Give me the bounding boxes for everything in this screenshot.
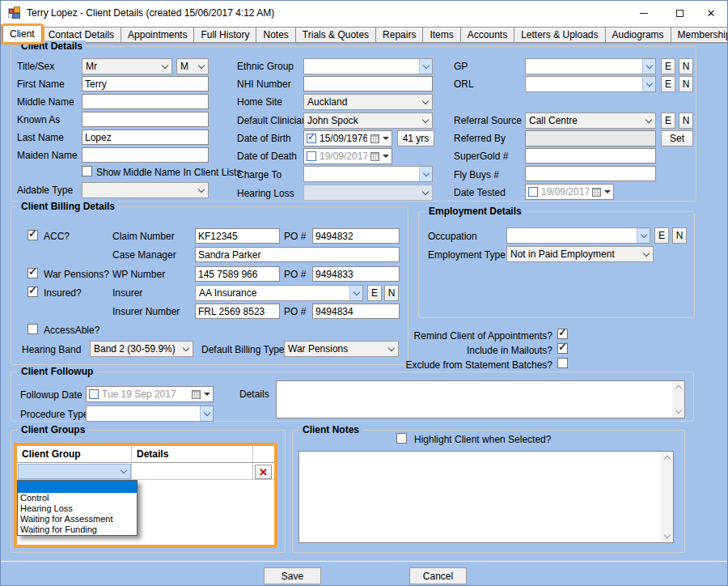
- tab-accounts[interactable]: Accounts: [461, 27, 514, 43]
- include-mailouts-checkbox[interactable]: [557, 343, 568, 354]
- accessable-checkbox[interactable]: [28, 324, 38, 334]
- case-manager-input[interactable]: Sandra Parker: [195, 247, 400, 262]
- age-button[interactable]: 41 yrs: [397, 130, 434, 146]
- dropdown-option-waiting-funding[interactable]: Waiting for Funding: [18, 524, 137, 535]
- charge-to-dropdown[interactable]: [303, 166, 433, 182]
- po2-input[interactable]: 9494833: [312, 266, 400, 282]
- dropdown-option-waiting-assessment[interactable]: Waiting for Assessment: [18, 514, 137, 524]
- close-button[interactable]: ✕: [696, 1, 726, 25]
- minimize-button[interactable]: [629, 1, 658, 25]
- sex-dropdown[interactable]: M: [176, 58, 209, 74]
- cancel-button[interactable]: Cancel: [409, 567, 467, 584]
- po3-input[interactable]: 9494834: [312, 304, 400, 319]
- tab-repairs[interactable]: Repairs: [376, 27, 423, 43]
- date-of-death-checkbox[interactable]: [307, 151, 316, 161]
- ethnic-group-dropdown[interactable]: [303, 58, 433, 74]
- tab-items[interactable]: Items: [423, 27, 460, 43]
- referral-source-dropdown[interactable]: Call Centre: [525, 113, 656, 129]
- po1-input[interactable]: 9494832: [312, 228, 400, 244]
- dropdown-option-hearing-loss[interactable]: Hearing Loss: [18, 503, 137, 514]
- app-icon: [8, 6, 21, 19]
- dropdown-arrow-icon: [604, 190, 611, 193]
- followup-date-picker[interactable]: Tue 19 Sep 2017: [86, 386, 214, 402]
- referral-n-button[interactable]: N: [679, 113, 693, 129]
- gp-n-button[interactable]: N: [679, 58, 693, 74]
- details-column-header[interactable]: Details: [132, 446, 253, 463]
- aidable-type-dropdown[interactable]: [82, 182, 209, 198]
- gp-e-button[interactable]: E: [661, 58, 675, 74]
- occupation-n-button[interactable]: N: [672, 227, 687, 244]
- insured-checkbox[interactable]: [28, 287, 38, 297]
- date-of-birth-checkbox[interactable]: [307, 134, 316, 143]
- date-of-death-label: Date of Death: [237, 151, 297, 162]
- followup-date-checkbox[interactable]: [89, 389, 99, 399]
- tab-letters-uploads[interactable]: Letters & Uploads: [514, 27, 605, 43]
- dropdown-arrow-icon: [204, 393, 210, 396]
- date-tested-checkbox[interactable]: [528, 187, 538, 197]
- dropdown-option-blank[interactable]: [18, 481, 137, 493]
- remind-appointments-checkbox[interactable]: [557, 329, 568, 339]
- middle-name-input[interactable]: [82, 94, 209, 109]
- client-group-column-header[interactable]: Client Group: [17, 446, 132, 463]
- orl-n-button[interactable]: N: [679, 76, 693, 92]
- tab-memberships[interactable]: Memberships: [671, 27, 728, 43]
- tab-full-history[interactable]: Full History: [194, 27, 256, 43]
- followup-details-textarea[interactable]: [276, 380, 685, 418]
- supergold-input[interactable]: [525, 148, 656, 163]
- tab-notes[interactable]: Notes: [256, 27, 295, 43]
- orl-dropdown[interactable]: [525, 76, 656, 92]
- set-button[interactable]: Set: [661, 130, 693, 146]
- dropdown-option-control[interactable]: Control: [18, 493, 137, 503]
- client-notes-scrollbar[interactable]: [661, 452, 673, 542]
- title-dropdown[interactable]: Mr: [82, 58, 172, 74]
- default-clinician-label: Default Clinician: [237, 115, 307, 126]
- maiden-name-input[interactable]: [82, 147, 209, 163]
- tab-audiograms[interactable]: Audiograms: [606, 27, 671, 43]
- save-button[interactable]: Save: [264, 567, 321, 584]
- date-of-death-picker[interactable]: 19/09/2017: [303, 148, 392, 164]
- claim-number-input[interactable]: KF12345: [195, 228, 280, 244]
- acc-checkbox[interactable]: [28, 230, 38, 240]
- chevron-down-icon: [419, 167, 432, 181]
- referral-e-button[interactable]: E: [661, 113, 675, 129]
- last-name-input[interactable]: Lopez: [82, 130, 209, 145]
- tab-appointments[interactable]: Appointments: [121, 27, 194, 43]
- procedure-type-dropdown[interactable]: [86, 406, 214, 422]
- first-name-input[interactable]: Terry: [82, 76, 209, 91]
- hearing-loss-dropdown[interactable]: [303, 185, 433, 201]
- chevron-down-icon: [180, 342, 193, 356]
- tab-client[interactable]: Client: [2, 25, 42, 44]
- insurer-number-input[interactable]: FRL 2569 8523: [195, 304, 280, 319]
- show-middle-name-checkbox[interactable]: [82, 166, 92, 176]
- orl-e-button[interactable]: E: [661, 76, 675, 92]
- highlight-client-checkbox[interactable]: [396, 433, 407, 444]
- default-clinician-dropdown[interactable]: John Spock: [303, 113, 433, 129]
- exclude-statement-checkbox[interactable]: [557, 358, 568, 368]
- flybuys-input[interactable]: [525, 166, 656, 181]
- date-tested-picker[interactable]: 19/09/2017: [525, 184, 614, 200]
- occupation-dropdown[interactable]: [506, 227, 650, 244]
- maximize-button[interactable]: [665, 1, 694, 25]
- wp-number-input[interactable]: 145 7589 966: [195, 266, 280, 282]
- followup-details-scrollbar[interactable]: [672, 381, 684, 418]
- occupation-e-button[interactable]: E: [654, 227, 669, 244]
- tab-trials-quotes[interactable]: Trials & Quotes: [296, 27, 376, 43]
- details-cell[interactable]: [132, 463, 253, 480]
- hearing-band-dropdown[interactable]: Band 2 (30-59.9%): [90, 341, 193, 357]
- referred-by-field: [525, 130, 656, 146]
- gp-dropdown[interactable]: [525, 58, 656, 74]
- nhi-number-input[interactable]: [303, 76, 433, 91]
- delete-row-button[interactable]: ✕: [255, 465, 272, 479]
- employment-type-dropdown[interactable]: Not in Paid Employment: [506, 246, 654, 262]
- date-of-birth-picker[interactable]: 15/09/1976: [303, 130, 392, 146]
- war-pensions-checkbox[interactable]: [28, 268, 38, 278]
- client-notes-textarea[interactable]: [298, 451, 674, 543]
- client-group-combobox[interactable]: [18, 464, 131, 479]
- insurer-dropdown[interactable]: AA Insurance: [195, 285, 363, 301]
- insurer-n-button[interactable]: N: [384, 285, 399, 301]
- known-as-input[interactable]: [82, 112, 209, 127]
- scroll-up-icon: [675, 385, 681, 392]
- insurer-e-button[interactable]: E: [367, 285, 382, 301]
- po1-label: PO #: [284, 231, 306, 242]
- home-site-dropdown[interactable]: Auckland: [303, 94, 433, 110]
